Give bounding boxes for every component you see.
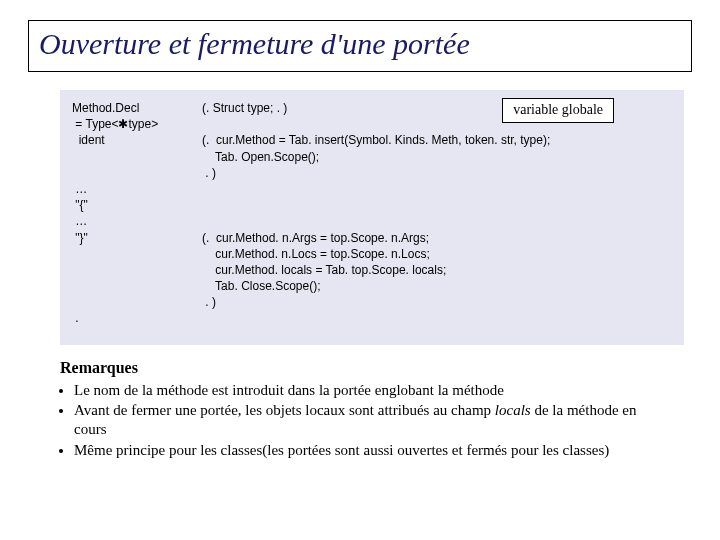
code-left	[72, 278, 202, 294]
remarks-item: Avant de fermer une portée, les objets l…	[74, 401, 672, 439]
code-line: …	[72, 181, 672, 197]
remarks-item: Le nom de la méthode est introduit dans …	[74, 381, 672, 400]
code-left: …	[72, 181, 202, 197]
code-right	[202, 213, 672, 229]
code-line: . )	[72, 294, 672, 310]
code-left: "{"	[72, 197, 202, 213]
code-left: = Type<✱type>	[72, 116, 202, 132]
remarks-section: Remarques Le nom de la méthode est intro…	[60, 359, 672, 460]
code-left	[72, 165, 202, 181]
remarks-item: Même principe pour les classes(les porté…	[74, 441, 672, 460]
code-left: "}"	[72, 230, 202, 246]
callout-variable-globale: variable globale	[502, 98, 614, 123]
code-left	[72, 294, 202, 310]
code-line: "}" (. cur.Method. n.Args = top.Scope. n…	[72, 230, 672, 246]
code-line: cur.Method. n.Locs = top.Scope. n.Locs;	[72, 246, 672, 262]
code-right	[202, 197, 672, 213]
code-right: (. cur.Method = Tab. insert(Symbol. Kind…	[202, 132, 672, 148]
code-right: . )	[202, 294, 672, 310]
code-left	[72, 246, 202, 262]
code-right: . )	[202, 165, 672, 181]
code-left: Method.Decl	[72, 100, 202, 116]
remarks-heading: Remarques	[60, 359, 672, 377]
title-box: Ouverture et fermeture d'une portée	[28, 20, 692, 72]
code-right: Tab. Close.Scope();	[202, 278, 672, 294]
code-line: .	[72, 310, 672, 326]
remarks-list: Le nom de la méthode est introduit dans …	[60, 381, 672, 460]
slide: Ouverture et fermeture d'une portée vari…	[0, 0, 720, 540]
code-right: cur.Method. locals = Tab. top.Scope. loc…	[202, 262, 672, 278]
code-line: cur.Method. locals = Tab. top.Scope. loc…	[72, 262, 672, 278]
code-line: Tab. Close.Scope();	[72, 278, 672, 294]
code-left: .	[72, 310, 202, 326]
code-line: ident (. cur.Method = Tab. insert(Symbol…	[72, 132, 672, 148]
code-line: . )	[72, 165, 672, 181]
code-left: ident	[72, 132, 202, 148]
code-block: variable globale Method.Decl (. Struct t…	[60, 90, 684, 345]
code-right: cur.Method. n.Locs = top.Scope. n.Locs;	[202, 246, 672, 262]
code-line: Tab. Open.Scope();	[72, 149, 672, 165]
remarks-italic: locals	[495, 402, 531, 418]
code-line: "{"	[72, 197, 672, 213]
code-left	[72, 262, 202, 278]
code-right	[202, 310, 672, 326]
remarks-text: Avant de fermer une portée, les objets l…	[74, 402, 495, 418]
slide-title: Ouverture et fermeture d'une portée	[39, 27, 681, 61]
code-left	[72, 149, 202, 165]
code-left: …	[72, 213, 202, 229]
code-right: Tab. Open.Scope();	[202, 149, 672, 165]
code-right: (. cur.Method. n.Args = top.Scope. n.Arg…	[202, 230, 672, 246]
code-right	[202, 181, 672, 197]
code-line: …	[72, 213, 672, 229]
